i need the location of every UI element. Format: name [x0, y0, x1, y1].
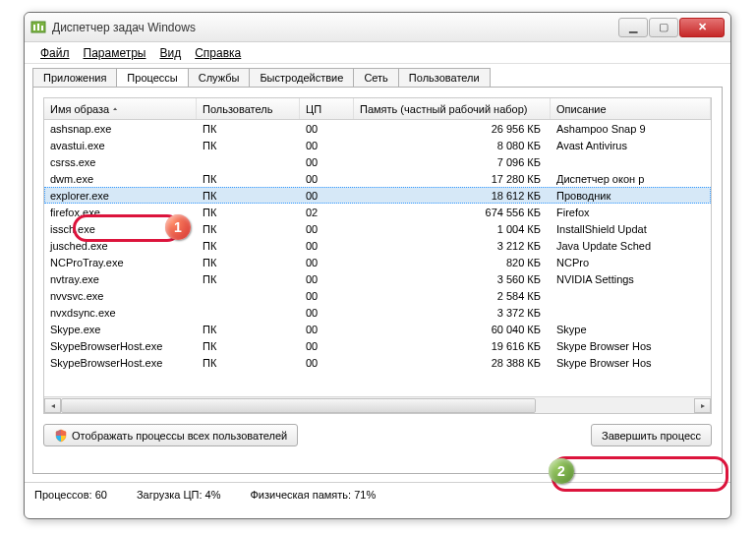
cell-user: ПК [197, 357, 300, 369]
table-row[interactable]: nvvsvc.exe002 584 КБ [44, 287, 711, 304]
table-row[interactable]: csrss.exe007 096 КБ [44, 153, 711, 170]
scroll-thumb[interactable] [61, 398, 536, 413]
cell-image: nvxdsync.exe [44, 307, 197, 319]
table-row[interactable]: SkypeBrowserHost.exeПК0019 616 КБSkype B… [44, 337, 711, 354]
table-row[interactable]: ashsnap.exeПК0026 956 КБAshampoo Snap 9 [44, 120, 711, 137]
menu-options[interactable]: Параметры [78, 44, 152, 62]
status-process-count: Процессов: 60 [34, 489, 107, 501]
table-row[interactable]: dwm.exeПК0017 280 КБДиспетчер окон р [44, 170, 711, 187]
cell-description: Avast Antivirus [551, 140, 711, 151]
tab-performance[interactable]: Быстродействие [249, 68, 354, 87]
table-row[interactable]: issch.exeПК001 004 КБInstallShield Updat [44, 220, 711, 237]
cell-image: explorer.exe [44, 190, 197, 202]
close-button[interactable] [679, 18, 725, 37]
cell-memory: 8 080 КБ [354, 140, 551, 151]
end-process-button[interactable]: Завершить процесс [591, 424, 712, 446]
cell-cpu: 00 [300, 173, 354, 185]
table-row[interactable]: firefox.exeПК02674 556 КБFirefox [44, 204, 711, 220]
tab-strip: Приложения Процессы Службы Быстродействи… [32, 68, 723, 87]
cell-description: Skype Browser Hos [551, 357, 711, 369]
show-all-users-button[interactable]: Отображать процессы всех пользователей [43, 424, 298, 446]
scroll-track[interactable] [61, 398, 694, 413]
app-icon [30, 20, 46, 35]
cell-cpu: 00 [300, 123, 354, 135]
cell-description: Firefox [551, 207, 711, 218]
cell-memory: 18 612 КБ [354, 190, 551, 202]
cell-memory: 2 584 КБ [354, 290, 551, 302]
process-table: Имя образа Пользователь ЦП Память (частн… [43, 97, 712, 414]
status-memory: Физическая память: 71% [250, 489, 376, 501]
menu-view[interactable]: Вид [153, 44, 187, 62]
cell-user: ПК [197, 123, 300, 135]
scroll-left-button[interactable]: ◂ [44, 398, 61, 413]
cell-image: jusched.exe [44, 240, 197, 252]
scroll-right-button[interactable]: ▸ [694, 398, 711, 413]
tab-users[interactable]: Пользователи [398, 68, 491, 87]
table-row[interactable]: NCProTray.exeПК00820 КБNCPro [44, 254, 711, 270]
menu-file[interactable]: Файл [34, 44, 76, 62]
cell-user: ПК [197, 223, 300, 235]
table-row[interactable]: Skype.exeПК0060 040 КБSkype [44, 321, 711, 337]
col-user[interactable]: Пользователь [197, 98, 300, 119]
tab-processes[interactable]: Процессы [116, 68, 188, 87]
cell-user: ПК [197, 273, 300, 285]
cell-description: Диспетчер окон р [551, 173, 711, 185]
cell-memory: 7 096 КБ [354, 156, 551, 168]
tab-applications[interactable]: Приложения [32, 68, 117, 87]
cell-cpu: 00 [300, 140, 354, 151]
annotation-badge-1: 1 [165, 214, 191, 240]
table-row[interactable]: SkypeBrowserHost.exeПК0028 388 КБSkype B… [44, 354, 711, 371]
table-row[interactable]: explorer.exeПК0018 612 КБПроводник [44, 187, 711, 204]
tab-services[interactable]: Службы [188, 68, 251, 87]
table-row[interactable]: avastui.exeПК008 080 КБAvast Antivirus [44, 137, 711, 153]
cell-user: ПК [197, 340, 300, 352]
cell-memory: 674 556 КБ [354, 207, 551, 218]
maximize-button[interactable] [649, 18, 678, 37]
svg-rect-2 [37, 24, 39, 30]
cell-memory: 3 372 КБ [354, 307, 551, 319]
cell-memory: 26 956 КБ [354, 123, 551, 135]
cell-image: SkypeBrowserHost.exe [44, 340, 197, 352]
cell-cpu: 00 [300, 273, 354, 285]
cell-user: ПК [197, 207, 300, 218]
cell-description: Skype [551, 324, 711, 335]
cell-cpu: 00 [300, 324, 354, 335]
cell-memory: 19 616 КБ [354, 340, 551, 352]
col-description[interactable]: Описание [551, 98, 711, 119]
col-memory[interactable]: Память (частный рабочий набор) [354, 98, 551, 119]
table-row[interactable]: jusched.exeПК003 212 КБJava Update Sched [44, 237, 711, 254]
cell-description: InstallShield Updat [551, 223, 711, 235]
cell-image: nvtray.exe [44, 273, 197, 285]
cell-memory: 60 040 КБ [354, 324, 551, 335]
cell-user: ПК [197, 324, 300, 335]
cell-user: ПК [197, 173, 300, 185]
cell-image: dwm.exe [44, 173, 197, 185]
cell-user: ПК [197, 240, 300, 252]
cell-memory: 820 КБ [354, 257, 551, 268]
cell-memory: 1 004 КБ [354, 223, 551, 235]
table-row[interactable]: nvxdsync.exe003 372 КБ [44, 304, 711, 321]
minimize-button[interactable] [618, 18, 648, 37]
cell-cpu: 00 [300, 290, 354, 302]
cell-cpu: 00 [300, 340, 354, 352]
col-cpu[interactable]: ЦП [300, 98, 354, 119]
panel-footer: Отображать процессы всех пользователей З… [43, 424, 712, 446]
cell-cpu: 00 [300, 240, 354, 252]
cell-description: NVIDIA Settings [551, 273, 711, 285]
tab-network[interactable]: Сеть [353, 68, 398, 87]
shield-icon [54, 429, 68, 443]
table-body[interactable]: ashsnap.exeПК0026 956 КБAshampoo Snap 9a… [44, 120, 711, 413]
cell-description: Ashampoo Snap 9 [551, 123, 711, 135]
table-row[interactable]: nvtray.exeПК003 560 КБNVIDIA Settings [44, 270, 711, 287]
cell-cpu: 00 [300, 223, 354, 235]
col-image-name[interactable]: Имя образа [44, 98, 197, 119]
cell-memory: 28 388 КБ [354, 357, 551, 369]
cell-user: ПК [197, 190, 300, 202]
cell-image: csrss.exe [44, 156, 197, 168]
annotation-badge-2: 2 [549, 458, 574, 484]
titlebar[interactable]: Диспетчер задач Windows [25, 13, 730, 42]
cell-user: ПК [197, 257, 300, 268]
window-title: Диспетчер задач Windows [52, 21, 618, 34]
menu-help[interactable]: Справка [189, 44, 247, 62]
horizontal-scrollbar[interactable]: ◂ ▸ [44, 396, 711, 413]
